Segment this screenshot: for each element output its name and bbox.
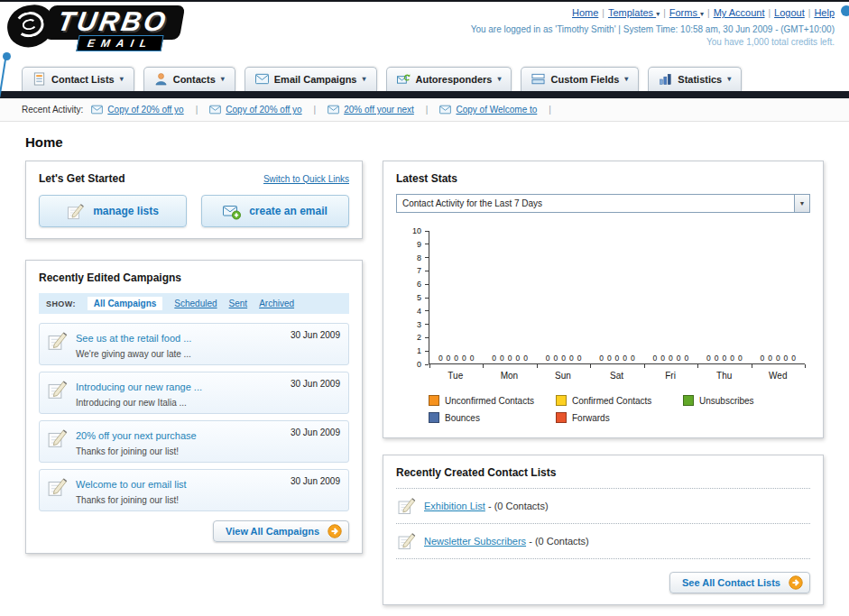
recent-activity-bar: Recent Activity: Copy of 20% off yo|Copy… xyxy=(0,98,849,122)
value-label: 0 xyxy=(447,354,451,363)
value-label: 0 xyxy=(470,354,475,363)
y-axis-tick xyxy=(425,364,429,365)
x-axis-label: Mon xyxy=(483,371,537,381)
x-axis-tick xyxy=(483,364,484,368)
recent-activity-link[interactable]: Copy of Welcome to xyxy=(456,105,537,115)
stats-period-dropdown[interactable]: Contact Activity for the Last 7 Days ▼ xyxy=(396,194,810,213)
value-label: 0 xyxy=(615,354,620,363)
recent-activity-item: Copy of Welcome to xyxy=(439,105,537,115)
recent-activity-link[interactable]: Copy of 20% off yo xyxy=(226,105,301,115)
see-all-contact-lists-button[interactable]: See All Contact Lists xyxy=(669,572,810,593)
campaigns-title: Recently Edited Campaigns xyxy=(39,271,349,284)
contact-list-link[interactable]: Newsletter Subscribers xyxy=(424,536,526,547)
envelope-icon xyxy=(328,105,339,115)
campaign-date: 30 Jun 2009 xyxy=(291,428,340,437)
tab-contacts[interactable]: Contacts▾ xyxy=(143,67,235,91)
chevron-down-icon: ▾ xyxy=(497,75,501,83)
top-nav-help[interactable]: Help xyxy=(814,7,835,18)
campaign-row[interactable]: Welcome to our email listThanks for join… xyxy=(39,469,349,511)
value-label: 0 xyxy=(669,354,673,363)
contact-list-link[interactable]: Exhibition List xyxy=(424,501,485,511)
top-nav-templates[interactable]: Templates ▾ xyxy=(608,7,660,18)
contact-list-row[interactable]: Exhibition List - (0 Contacts) xyxy=(396,489,810,524)
manage-lists-button[interactable]: manage lists xyxy=(39,195,187,227)
filter-archived[interactable]: Archived xyxy=(259,299,294,308)
chart-day-group: 00000 xyxy=(483,354,536,364)
recent-activity-link[interactable]: 20% off your next xyxy=(344,105,414,115)
value-label: 0 xyxy=(738,354,743,363)
campaign-title-link[interactable]: Introducing our new range ... xyxy=(76,382,202,392)
content-area: Home Let's Get Started Switch to Quick L… xyxy=(0,122,849,616)
filter-all-campaigns[interactable]: All Campaigns xyxy=(88,297,162,310)
x-axis-label: Fri xyxy=(643,371,697,381)
value-label: 0 xyxy=(462,354,466,363)
value-label: 0 xyxy=(623,354,627,363)
chart-legend: Unconfirmed ContactsConfirmed ContactsUn… xyxy=(429,395,810,423)
y-axis-tick xyxy=(425,271,429,271)
y-axis-label: 1 xyxy=(396,347,421,355)
tab-label: Contact Lists xyxy=(51,74,115,85)
top-nav-my-account[interactable]: My Account xyxy=(714,7,765,18)
y-axis-label: 5 xyxy=(396,294,421,302)
separator: | xyxy=(808,8,811,18)
y-axis-tick xyxy=(425,351,429,352)
value-label: 0 xyxy=(791,354,796,363)
legend-swatch xyxy=(556,395,567,406)
turbo-email-logo[interactable]: TURBO EMAIL xyxy=(7,5,182,51)
campaign-filter-bar: SHOW: All CampaignsScheduledSentArchived xyxy=(39,293,349,314)
top-nav-home[interactable]: Home xyxy=(572,7,598,18)
x-axis-tick xyxy=(805,364,806,368)
filter-scheduled[interactable]: Scheduled xyxy=(174,299,217,308)
campaign-row[interactable]: 20% off your next purchaseThanks for joi… xyxy=(39,420,349,463)
campaign-title-link[interactable]: 20% off your next purchase xyxy=(76,430,197,441)
value-label: 0 xyxy=(561,354,566,363)
chevron-down-icon: ▾ xyxy=(120,75,124,83)
login-status-text: You are logged in as 'Timothy Smith' | S… xyxy=(471,24,835,34)
campaign-row[interactable]: Introducing our new range ...Introducing… xyxy=(39,372,349,414)
tab-autoresponders[interactable]: Autoresponders▾ xyxy=(386,67,512,91)
tab-statistics[interactable]: Statistics▾ xyxy=(648,67,742,91)
value-label: 0 xyxy=(577,354,582,363)
x-axis-label: Wed xyxy=(751,371,805,381)
logo-subtitle: EMAIL xyxy=(76,35,164,51)
y-axis-label: 3 xyxy=(396,321,421,329)
top-nav-logout[interactable]: Logout xyxy=(774,7,805,18)
y-axis-label: 0 xyxy=(396,361,421,369)
view-all-campaigns-button[interactable]: View All Campaigns xyxy=(213,520,349,542)
y-axis-label: 10 xyxy=(396,227,421,235)
tab-label: Statistics xyxy=(678,74,722,85)
create-email-button[interactable]: create an email xyxy=(201,195,349,227)
y-axis-tick xyxy=(425,310,429,311)
app-header: TURBO EMAIL Home|Templates ▾|Forms ▾|My … xyxy=(0,2,849,61)
top-nav-forms[interactable]: Forms ▾ xyxy=(669,7,704,18)
contact-lists-title: Recently Created Contact Lists xyxy=(396,466,810,489)
page-title: Home xyxy=(25,134,824,150)
legend-swatch xyxy=(429,395,439,406)
legend-item-unconfirmed-contacts: Unconfirmed Contacts xyxy=(429,395,556,406)
tab-contact-lists[interactable]: Contact Lists▾ xyxy=(22,67,134,91)
recent-activity-label: Recent Activity: xyxy=(22,105,83,115)
value-label: 0 xyxy=(546,354,550,363)
contact-count: - (0 Contacts) xyxy=(529,536,589,547)
x-axis-tick xyxy=(429,364,430,368)
campaign-title-link[interactable]: Welcome to our email list xyxy=(76,479,187,490)
chevron-down-icon: ▾ xyxy=(221,75,225,83)
switch-quick-links-link[interactable]: Switch to Quick Links xyxy=(263,174,349,184)
pencil-icon xyxy=(48,477,68,497)
tab-email-campaigns[interactable]: Email Campaigns▾ xyxy=(245,67,377,91)
campaign-title-link[interactable]: See us at the retail food ... xyxy=(76,333,191,344)
get-started-title: Let's Get Started xyxy=(39,172,125,185)
filter-sent[interactable]: Sent xyxy=(229,299,248,308)
campaign-subtitle: Introducing our new Italia ... xyxy=(76,398,202,408)
campaign-row[interactable]: See us at the retail food ...We're givin… xyxy=(39,323,349,365)
recent-activity-link[interactable]: Copy of 20% off yo xyxy=(107,105,183,115)
campaign-date: 30 Jun 2009 xyxy=(291,379,340,389)
pencil-icon xyxy=(398,532,416,550)
value-label: 0 xyxy=(454,354,458,363)
tab-custom-fields[interactable]: Custom Fields▾ xyxy=(521,67,639,91)
stats-period-value: Contact Activity for the Last 7 Days xyxy=(397,198,794,208)
chart-x-axis-labels: TueMonSunSatFriThuWed xyxy=(429,371,805,381)
value-label: 0 xyxy=(516,354,521,363)
pencil-icon xyxy=(48,331,68,351)
contact-list-row[interactable]: Newsletter Subscribers - (0 Contacts) xyxy=(396,524,810,559)
